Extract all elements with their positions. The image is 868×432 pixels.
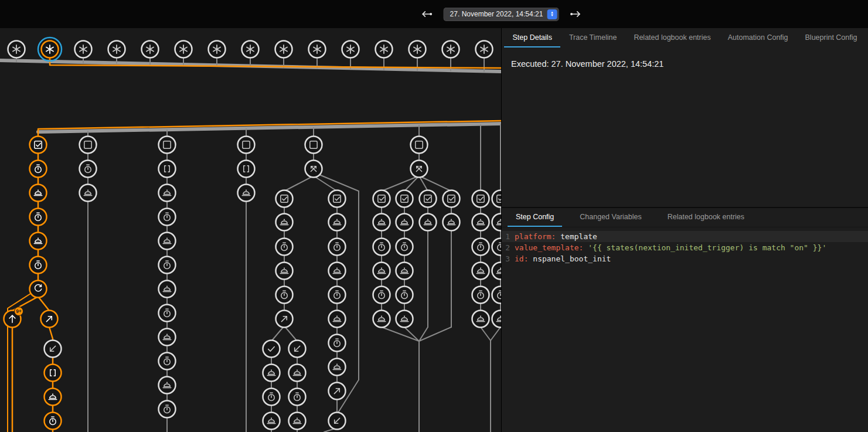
trace-node[interactable] [45,413,62,430]
trace-node[interactable] [238,185,255,202]
trace-node[interactable] [329,413,346,430]
trace-node[interactable] [30,257,47,274]
trace-node[interactable] [142,41,159,58]
trace-node[interactable] [472,191,489,208]
trace-node[interactable] [420,191,437,208]
trace-node[interactable] [45,365,62,382]
trace-node[interactable] [472,214,489,231]
trace-node[interactable] [159,401,176,418]
trace-node[interactable] [373,287,390,304]
run-select[interactable]: 27. November 2022, 14:54:21 ▲▼ [444,8,559,21]
previous-run-button[interactable] [419,6,434,22]
trace-node[interactable] [329,335,346,352]
trace-node[interactable] [492,191,502,208]
trace-node[interactable] [442,41,459,58]
trace-node[interactable] [472,263,489,280]
trace-node[interactable] [443,214,460,231]
trace-node[interactable] [420,214,437,231]
trace-node[interactable] [80,161,97,178]
trace-node[interactable] [75,41,92,58]
tab-related-logbook-entries[interactable]: Related logbook entries [659,208,753,227]
trace-node[interactable] [373,263,390,280]
trace-node[interactable] [159,257,176,274]
trace-node[interactable] [276,263,293,280]
trace-node[interactable] [276,239,293,256]
trace-node[interactable] [175,41,192,58]
trace-node[interactable] [396,191,413,208]
trace-node[interactable] [329,214,346,231]
trace-node[interactable] [159,137,176,154]
trace-node[interactable] [373,311,390,328]
trace-node[interactable] [476,41,493,58]
tab-blueprint-config[interactable]: Blueprint Config [797,28,866,47]
trace-node[interactable] [276,311,293,328]
trace-node[interactable] [30,185,47,202]
trace-node[interactable] [263,341,280,358]
trace-node[interactable] [329,287,346,304]
trace-node[interactable] [275,41,292,58]
trace-node[interactable] [396,214,413,231]
trace-node[interactable] [376,41,393,58]
trace-node[interactable] [289,413,306,430]
trace-node[interactable] [396,263,413,280]
tab-changed-variables[interactable]: Changed Variables [571,208,649,227]
trace-node[interactable] [329,383,346,400]
trace-node[interactable] [30,281,47,298]
trace-node[interactable] [30,161,47,178]
trace-node[interactable] [396,287,413,304]
trace-node[interactable] [492,263,502,280]
trace-node[interactable] [159,305,176,322]
trace-node[interactable] [411,161,428,178]
trace-node[interactable] [443,191,460,208]
trace-node[interactable] [159,329,176,346]
trace-node[interactable] [80,137,97,154]
trace-node[interactable] [276,287,293,304]
trace-node[interactable] [276,191,293,208]
trace-node[interactable] [305,161,322,178]
trace-node[interactable] [492,239,502,256]
tab-trace-timeline[interactable]: Trace Timeline [561,28,625,47]
tab-automation-config[interactable]: Automation Config [720,28,796,47]
trace-node[interactable] [492,287,502,304]
trace-node[interactable] [472,311,489,328]
trace-node[interactable] [38,38,62,61]
step-config-code[interactable]: 1platform: template2value_template: '{{ … [502,231,868,264]
trace-node[interactable] [373,239,390,256]
trace-node[interactable] [45,341,62,358]
trace-node[interactable] [41,311,58,328]
trace-node[interactable] [342,41,359,58]
tab-related-logbook-entries[interactable]: Related logbook entries [625,28,719,47]
trace-node[interactable] [238,161,255,178]
trace-node[interactable] [80,185,97,202]
trace-node[interactable] [373,191,390,208]
trace-node[interactable] [263,389,280,406]
trace-node[interactable] [305,137,322,154]
trace-node[interactable] [329,311,346,328]
trace-node[interactable] [289,365,306,382]
tab-step-config[interactable]: Step Config [508,208,562,227]
trace-node[interactable] [472,287,489,304]
trace-node[interactable] [289,389,306,406]
trace-node[interactable] [373,214,390,231]
trace-node[interactable] [396,311,413,328]
trace-node[interactable] [309,41,326,58]
trace-node[interactable] [159,209,176,226]
trace-node[interactable] [159,281,176,298]
trace-node[interactable]: 9+ [4,307,23,328]
trace-node[interactable] [329,263,346,280]
trace-node[interactable] [209,41,226,58]
trace-node[interactable] [289,341,306,358]
trace-node[interactable] [329,239,346,256]
trace-node[interactable] [409,41,426,58]
trace-node[interactable] [242,41,259,58]
trace-node[interactable] [329,359,346,376]
trace-node[interactable] [276,214,293,231]
trace-node[interactable] [159,233,176,250]
trace-node[interactable] [263,365,280,382]
trace-node[interactable] [108,41,125,58]
trace-node[interactable] [45,389,62,406]
trace-node[interactable] [30,209,47,226]
trace-node[interactable] [159,161,176,178]
tab-step-details[interactable]: Step Details [504,28,560,47]
trace-node[interactable] [411,137,428,154]
